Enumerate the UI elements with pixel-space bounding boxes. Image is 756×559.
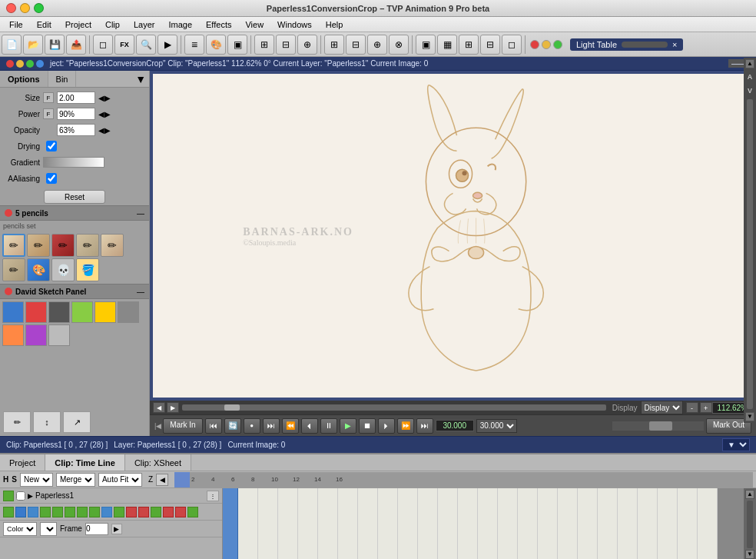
frame-cell-13[interactable] bbox=[478, 488, 498, 559]
menu-file[interactable]: File bbox=[3, 19, 29, 30]
tab-options[interactable]: Options bbox=[0, 71, 48, 87]
tab-project[interactable]: Project bbox=[0, 454, 45, 471]
sketch-toggle[interactable]: — bbox=[137, 288, 144, 296]
tool-view4[interactable]: ⊟ bbox=[480, 35, 500, 55]
tool-view1[interactable]: ▣ bbox=[416, 35, 436, 55]
tool-layers[interactable]: ≡ bbox=[184, 35, 204, 55]
frame-nav-btn[interactable]: ▶ bbox=[111, 524, 122, 534]
ci-green4[interactable] bbox=[65, 507, 75, 517]
tool-view3[interactable]: ⊞ bbox=[459, 35, 479, 55]
size-mode-btn[interactable]: F bbox=[43, 92, 54, 103]
frame-cell-6[interactable] bbox=[338, 488, 358, 559]
pause-button[interactable]: ⏸ bbox=[320, 418, 337, 434]
ci-red[interactable] bbox=[126, 507, 137, 517]
frame-cell-24[interactable] bbox=[698, 488, 718, 559]
tool-export[interactable]: 📤 bbox=[66, 35, 86, 55]
ci-green2[interactable] bbox=[40, 507, 51, 517]
ci-red3[interactable] bbox=[163, 507, 174, 517]
tool-grid4[interactable]: ⊟ bbox=[346, 35, 366, 55]
frame-cell-7[interactable] bbox=[358, 488, 378, 559]
tab-bin[interactable]: Bin bbox=[48, 71, 77, 87]
frame-cell-16[interactable] bbox=[538, 488, 558, 559]
stop-button[interactable]: ⏹ bbox=[359, 418, 376, 434]
reset-button[interactable]: Reset bbox=[44, 190, 105, 204]
frame-cell-22[interactable] bbox=[658, 488, 678, 559]
tool-zoom[interactable]: 🔍 bbox=[136, 35, 156, 55]
menu-view[interactable]: View bbox=[239, 19, 270, 30]
tool-grid1[interactable]: ⊞ bbox=[254, 35, 274, 55]
ci-green5[interactable] bbox=[77, 507, 88, 517]
mark-in-button[interactable]: Mark In bbox=[163, 418, 202, 434]
tl-vscroll-track[interactable] bbox=[747, 501, 753, 548]
ci-green8[interactable] bbox=[151, 507, 161, 517]
tool-new[interactable]: 📄 bbox=[2, 35, 22, 55]
pencil-item-5[interactable]: ✏ bbox=[101, 234, 124, 257]
ci-red2[interactable] bbox=[138, 507, 149, 517]
bottom-tool-3[interactable]: ↗ bbox=[63, 411, 91, 433]
frame-input[interactable] bbox=[85, 523, 108, 535]
tool-play[interactable]: ▶ bbox=[158, 35, 177, 55]
sketch-item-2[interactable] bbox=[25, 301, 47, 323]
tool-shape[interactable]: ▣ bbox=[227, 35, 247, 55]
tl-new-select[interactable]: New bbox=[20, 473, 53, 487]
opacity-input[interactable] bbox=[57, 124, 95, 136]
rewind-button[interactable]: ⏮ bbox=[205, 418, 222, 434]
display-select[interactable]: Display bbox=[641, 401, 683, 414]
tool-color[interactable]: 🎨 bbox=[206, 35, 226, 55]
tool-grid2[interactable]: ⊟ bbox=[276, 35, 296, 55]
frame-cell-11[interactable] bbox=[438, 488, 458, 559]
end-button[interactable]: ⏭ bbox=[416, 418, 433, 434]
frame-cell-14[interactable] bbox=[498, 488, 518, 559]
empty-select[interactable] bbox=[40, 522, 57, 536]
play-button[interactable]: ▶ bbox=[340, 418, 356, 434]
frame-cell-12[interactable] bbox=[458, 488, 478, 559]
sketch-item-9[interactable] bbox=[48, 324, 70, 346]
menu-windows[interactable]: Windows bbox=[271, 19, 318, 30]
frame-cell-15[interactable] bbox=[518, 488, 538, 559]
bottom-tool-2[interactable]: ↕ bbox=[33, 411, 61, 433]
frame-cell-20[interactable] bbox=[618, 488, 638, 559]
layer-options-btn[interactable]: ⋮ bbox=[207, 491, 219, 501]
canvas-hscroll[interactable] bbox=[182, 404, 606, 411]
size-input[interactable] bbox=[57, 92, 95, 104]
tool-onion[interactable]: ⊕ bbox=[297, 35, 317, 55]
power-mode-btn[interactable]: F bbox=[43, 108, 54, 119]
minimize-button[interactable] bbox=[20, 3, 30, 13]
ci-green9[interactable] bbox=[187, 507, 198, 517]
frame-cell-8[interactable] bbox=[378, 488, 398, 559]
prev-frame-end-button[interactable]: ⏭ bbox=[263, 418, 280, 434]
tab-clip-timeline[interactable]: Clip: Time Line bbox=[45, 454, 125, 471]
zoom-plus[interactable]: + bbox=[700, 402, 712, 413]
frame-cell-23[interactable] bbox=[678, 488, 698, 559]
tool-grid5[interactable]: ⊕ bbox=[367, 35, 387, 55]
tool-open[interactable]: 📂 bbox=[23, 35, 43, 55]
tool-view2[interactable]: ▦ bbox=[437, 35, 457, 55]
pencil-item-bucket[interactable]: 🪣 bbox=[76, 258, 99, 281]
tl-merge-select[interactable]: Merge bbox=[56, 473, 95, 487]
frame-cell-17[interactable] bbox=[558, 488, 578, 559]
drying-checkbox[interactable] bbox=[46, 141, 57, 151]
tl-vscroll-down[interactable]: ▼ bbox=[745, 550, 754, 559]
fps-select[interactable]: 30.000 bbox=[476, 419, 517, 433]
layer-expand-icon[interactable]: ▶ bbox=[28, 492, 33, 500]
vscroll-down[interactable]: ▼ bbox=[745, 412, 754, 421]
sketch-item-4[interactable] bbox=[71, 301, 93, 323]
frame-cell-21[interactable] bbox=[638, 488, 658, 559]
tl-scroll-left[interactable]: ◀ bbox=[156, 474, 168, 486]
gradient-preview[interactable] bbox=[43, 157, 104, 168]
tab-clip-xsheet[interactable]: Clip: XSheet bbox=[125, 454, 191, 471]
info-dropdown[interactable]: ▼ bbox=[722, 438, 750, 451]
aaliasing-checkbox[interactable] bbox=[46, 173, 57, 184]
sketch-item-5[interactable] bbox=[94, 301, 116, 323]
tl-vscroll-up[interactable]: ▲ bbox=[745, 490, 754, 499]
fast-forward-button[interactable]: ⏩ bbox=[397, 418, 414, 434]
pencil-item-2[interactable]: ✏ bbox=[27, 234, 50, 257]
ci-green[interactable] bbox=[3, 507, 14, 517]
ci-green6[interactable] bbox=[89, 507, 100, 517]
tool-save[interactable]: 💾 bbox=[45, 35, 65, 55]
pencil-item-4[interactable]: ✏ bbox=[76, 234, 99, 257]
sketch-item-8[interactable] bbox=[25, 324, 47, 346]
tool-extra1[interactable]: ⊗ bbox=[389, 35, 409, 55]
power-arrow[interactable]: ◀▶ bbox=[98, 110, 111, 118]
sketch-item-1[interactable] bbox=[2, 301, 24, 323]
